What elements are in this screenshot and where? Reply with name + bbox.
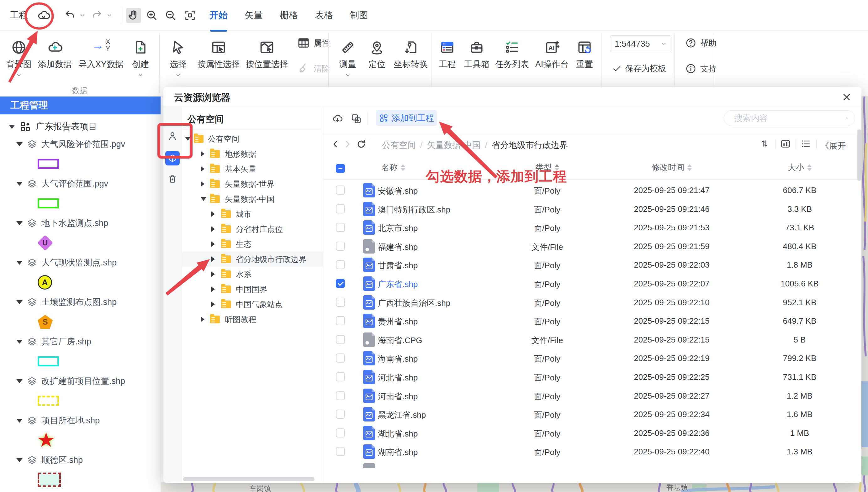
row-checkbox[interactable] <box>336 353 345 363</box>
collapse-caret-icon[interactable] <box>16 340 23 344</box>
collapse-caret-icon[interactable] <box>9 125 15 129</box>
caret-right-icon[interactable] <box>201 166 205 172</box>
breadcrumb-segment[interactable]: 矢量数据-中国 <box>427 140 481 151</box>
undo-button[interactable] <box>63 8 77 23</box>
layer-symbol[interactable] <box>0 468 161 492</box>
collapse-caret-icon[interactable] <box>16 142 23 146</box>
copy-move-icon[interactable] <box>350 113 362 125</box>
toolbox-button[interactable]: 工具箱 <box>462 35 492 70</box>
file-name[interactable]: 河北省.shp <box>378 372 418 383</box>
breadcrumb-segment[interactable]: 公有空间 <box>382 140 416 151</box>
row-checkbox[interactable] <box>336 186 345 195</box>
redo-button[interactable] <box>89 8 104 23</box>
column-header-name[interactable]: 名称 <box>381 162 405 173</box>
tab-home[interactable]: 开始 <box>208 9 229 22</box>
add-data-button[interactable]: 添加数据 <box>36 35 74 70</box>
tab-vector[interactable]: 矢量 <box>243 9 264 22</box>
trash-icon[interactable] <box>167 174 178 184</box>
list-view-icon[interactable] <box>800 138 811 149</box>
caret-right-icon[interactable] <box>201 151 205 157</box>
tree-item-城市[interactable]: 城市 <box>182 206 323 222</box>
table-row[interactable]: 福建省.shp文件/File2025-09-25 09:21:59480.4 K… <box>323 237 862 256</box>
layer-row[interactable]: 大气现状监测点.shp <box>0 255 161 270</box>
sort-carets-icon[interactable] <box>687 164 692 171</box>
file-name[interactable]: 河南省.shp <box>378 391 418 402</box>
caret-right-icon[interactable] <box>211 226 215 232</box>
zoom-in-tool-button[interactable] <box>144 8 159 23</box>
list-vertical-scrollbar[interactable] <box>857 129 861 181</box>
table-row[interactable]: 黑龙江省.shp面/Poly2025-09-25 09:22:341.6 MB <box>323 405 862 424</box>
collapse-caret-icon[interactable] <box>16 419 23 423</box>
create-button[interactable]: 创建 <box>127 35 154 78</box>
back-icon[interactable] <box>331 140 340 149</box>
layer-symbol[interactable]: A <box>0 270 161 294</box>
caret-right-icon[interactable] <box>211 301 215 307</box>
file-name[interactable]: 海南省.CPG <box>378 335 422 346</box>
select-by-attribute-button[interactable]: 按属性选择 <box>195 35 242 70</box>
tree-item-公有空间[interactable]: 公有空间 <box>182 131 323 146</box>
file-name[interactable]: 广西壮族自治区.shp <box>378 298 450 309</box>
caret-right-icon[interactable] <box>211 241 215 247</box>
row-checkbox[interactable] <box>336 335 345 344</box>
sort-carets-icon[interactable] <box>401 164 405 171</box>
table-row[interactable]: 澳门特别行政区.shp面/Poly2025-09-25 09:21:463.3 … <box>323 200 862 218</box>
tree-item-中国国界[interactable]: 中国国界 <box>182 282 323 297</box>
tree-item-矢量数据-世界[interactable]: 矢量数据-世界 <box>182 176 323 192</box>
column-header-size[interactable]: 大小 <box>788 162 812 173</box>
tree-item-水系[interactable]: 水系 <box>182 267 323 282</box>
file-name[interactable]: 贵州省.shp <box>378 316 418 327</box>
clear-selection-button[interactable]: 清除 <box>297 63 330 75</box>
caret-right-icon[interactable] <box>201 181 205 187</box>
layer-row[interactable]: 改扩建前项目位置.shp <box>0 373 161 389</box>
table-row[interactable]: 广东省.shp面/Poly2025-09-25 09:22:071005.6 K… <box>323 274 862 293</box>
undo-dropdown-icon[interactable] <box>79 12 86 19</box>
layer-row[interactable]: 大气评价范围.pgv <box>0 176 161 192</box>
attribute-table-button[interactable]: 属性 <box>297 37 330 49</box>
tree-item-省分地级市行政边界[interactable]: 省分地级市行政边界 <box>182 252 323 267</box>
sort-icon[interactable] <box>759 138 770 149</box>
cloud-sync-icon[interactable] <box>36 8 51 23</box>
layer-row[interactable]: 地下水监测点.shp <box>0 215 161 231</box>
table-row[interactable]: 安徽省.shp面/Poly2025-09-25 09:21:47606.7 KB <box>323 181 862 200</box>
caret-right-icon[interactable] <box>201 317 205 322</box>
refresh-icon[interactable] <box>356 139 367 149</box>
support-button[interactable]: 支持 <box>685 63 717 74</box>
sort-carets-icon[interactable] <box>807 164 812 171</box>
coordinate-convert-button[interactable]: 坐标转换 <box>391 35 430 70</box>
row-checkbox[interactable] <box>336 204 345 214</box>
layer-symbol[interactable]: S <box>0 310 161 334</box>
project-root-item[interactable]: 广东报告表项目 <box>0 117 161 136</box>
download-icon[interactable] <box>331 113 343 125</box>
tree-item-矢量数据-中国[interactable]: 矢量数据-中国 <box>182 192 323 206</box>
row-checkbox[interactable] <box>336 372 345 382</box>
import-xy-button[interactable]: → XY 导入XY数据 <box>75 35 127 70</box>
column-header-modified[interactable]: 修改时间 <box>652 162 692 173</box>
pan-tool-button[interactable] <box>126 8 141 23</box>
full-extent-button[interactable] <box>183 8 197 23</box>
file-name[interactable]: 甘肃省.shp <box>378 260 418 271</box>
tab-table[interactable]: 表格 <box>313 9 334 22</box>
tree-item-中国气象站点[interactable]: 中国气象站点 <box>182 297 323 312</box>
collapse-caret-icon[interactable] <box>16 261 23 265</box>
collapse-caret-icon[interactable] <box>16 300 23 304</box>
table-row[interactable]: 湖北省.shp面/Poly2025-09-25 09:22:361 MB <box>323 424 862 442</box>
caret-right-icon[interactable] <box>211 271 215 277</box>
caret-down-icon[interactable] <box>201 197 206 201</box>
table-row[interactable]: 广西壮族自治区.shp面/Poly2025-09-25 09:22:10952.… <box>323 293 862 312</box>
table-row[interactable]: 海南省.shp面/Poly2025-09-25 09:22:19799.2 KB <box>323 349 862 368</box>
layer-symbol[interactable] <box>0 152 161 176</box>
select-all-checkbox[interactable] <box>336 164 345 173</box>
redo-dropdown-icon[interactable] <box>106 12 113 19</box>
search-input[interactable] <box>733 113 846 123</box>
row-checkbox[interactable] <box>336 260 345 269</box>
layer-row[interactable]: 土壤监测布点图.shp <box>0 294 161 310</box>
card-view-icon[interactable] <box>780 138 791 149</box>
locate-button[interactable]: 定位 <box>363 35 391 70</box>
file-name[interactable]: 北京市.shp <box>378 223 418 234</box>
table-row[interactable]: 北京市.shp面/Poly2025-09-25 09:21:5373.1 KB <box>323 218 862 237</box>
file-name[interactable]: 海南省.shp <box>378 353 418 365</box>
file-name[interactable]: 湖北省.shp <box>378 428 418 439</box>
layer-row[interactable]: 其它厂房.shp <box>0 334 161 349</box>
add-to-project-button[interactable]: 添加到工程 <box>376 110 437 126</box>
tree-item-基本矢量[interactable]: 基本矢量 <box>182 162 323 176</box>
